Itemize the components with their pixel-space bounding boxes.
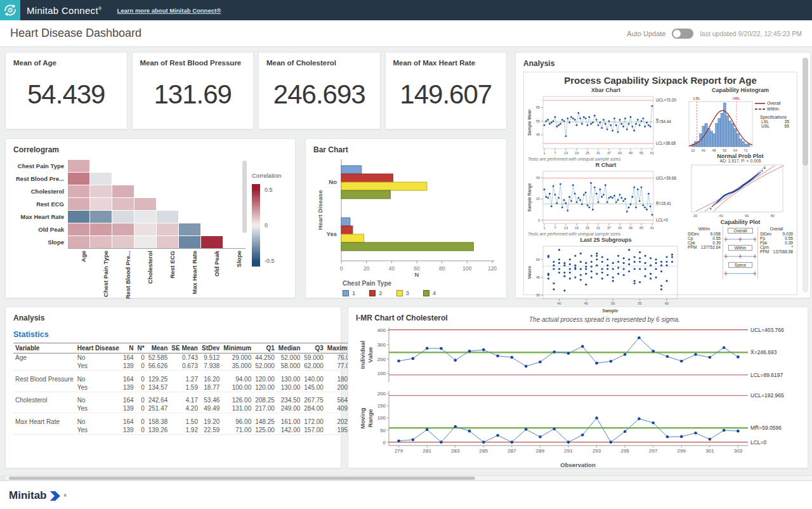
histogram-legend: Overall Within Specifications LSL35USL65 bbox=[755, 101, 792, 128]
svg-text:Value: Value bbox=[367, 347, 374, 363]
svg-text:⚙: ⚙ bbox=[7, 6, 13, 14]
legend-item-2[interactable]: 2 bbox=[369, 289, 382, 296]
column-header: SE Mean bbox=[169, 343, 200, 354]
correlogram-cell bbox=[90, 223, 112, 235]
correlogram-cell bbox=[157, 236, 178, 248]
svg-text:40: 40 bbox=[389, 265, 395, 272]
svg-text:20: 20 bbox=[693, 214, 697, 218]
panel-title: Analysis bbox=[13, 314, 333, 322]
bar-chart-legend: Chest Pain Type 1234 bbox=[343, 280, 499, 296]
column-header: StDev bbox=[200, 343, 221, 354]
scroll-left-button[interactable] bbox=[0, 476, 6, 480]
auto-update-toggle[interactable] bbox=[672, 29, 693, 39]
svg-text:43: 43 bbox=[618, 226, 622, 230]
correlogram-cell bbox=[179, 223, 200, 235]
svg-text:40: 40 bbox=[702, 149, 705, 152]
horizontal-scrollbar-thumb[interactable] bbox=[9, 477, 475, 480]
svg-text:31: 31 bbox=[596, 226, 600, 230]
last25-subgroups-chart: 3045604045505560SampleValues bbox=[527, 243, 685, 314]
svg-text:299: 299 bbox=[678, 448, 686, 454]
stat-row: LSL35 bbox=[755, 119, 792, 124]
kpi-value: 131.69 bbox=[140, 79, 246, 110]
svg-text:120: 120 bbox=[488, 265, 497, 272]
svg-text:80: 80 bbox=[439, 265, 445, 272]
minitab-footer-logo: Minitab ® bbox=[9, 489, 67, 502]
legend-item-1[interactable]: 1 bbox=[343, 289, 355, 296]
last25-title: Last 25 Subgroups bbox=[527, 237, 685, 243]
column-header: Minimum bbox=[221, 343, 253, 354]
legend-item-3[interactable]: 3 bbox=[396, 289, 409, 296]
svg-text:13: 13 bbox=[564, 151, 568, 155]
svg-text:N: N bbox=[415, 271, 419, 278]
learn-more-link[interactable]: Learn more about Minitab Connect® bbox=[117, 7, 221, 14]
capability-box-specs: Specs bbox=[728, 262, 752, 268]
correlogram-title: Correlogram bbox=[13, 145, 287, 154]
svg-text:61: 61 bbox=[650, 226, 654, 230]
sixpack-report-title: Process Capability Sixpack Report for Ag… bbox=[527, 75, 794, 86]
correlogram-cell bbox=[68, 223, 89, 235]
svg-text:1: 1 bbox=[543, 151, 545, 155]
toggle-knob bbox=[673, 30, 681, 37]
svg-text:100: 100 bbox=[377, 415, 386, 421]
capability-intervals: OverallWithinSpecs bbox=[723, 227, 758, 279]
svg-text:Yes: Yes bbox=[327, 230, 337, 237]
svg-text:Values: Values bbox=[527, 266, 532, 279]
column-header: Mean bbox=[147, 343, 170, 354]
svg-text:289: 289 bbox=[536, 448, 545, 454]
svg-text:60: 60 bbox=[745, 214, 749, 218]
svg-text:Sample Mean: Sample Mean bbox=[527, 109, 532, 136]
observation-axis-label: Observation bbox=[356, 461, 800, 468]
minitab-chevron-icon bbox=[50, 491, 61, 501]
svg-text:64: 64 bbox=[733, 149, 737, 152]
scrollbar-thumb[interactable] bbox=[802, 58, 808, 166]
svg-text:0: 0 bbox=[340, 265, 343, 272]
stat-row: Cp0.55 bbox=[688, 236, 721, 241]
xbar-chart-title: Xbar Chart bbox=[527, 87, 685, 93]
svg-text:19: 19 bbox=[575, 151, 579, 155]
correlogram-cell bbox=[90, 211, 112, 223]
legend-title: Chest Pain Type bbox=[343, 280, 499, 287]
table-row: Yes139056.6260.6737.93835.00052.00058.00… bbox=[13, 362, 358, 371]
within-stats: Within StDev9.058Cp0.55Cpk0.39PPM137752.… bbox=[688, 227, 721, 279]
svg-text:40: 40 bbox=[719, 214, 723, 218]
svg-text:No: No bbox=[329, 178, 337, 185]
page-title: Heart Disease Dashboard bbox=[10, 27, 141, 40]
svg-text:Sample: Sample bbox=[603, 308, 619, 314]
svg-text:49: 49 bbox=[629, 226, 632, 230]
gear-sync-icon: ⚙ bbox=[3, 3, 17, 17]
kpi-value: 149.607 bbox=[393, 79, 499, 110]
legend-tick: 0.5 bbox=[265, 187, 273, 193]
statistics-analysis-card: Analysis Statistics VariableHeart Diseas… bbox=[5, 307, 341, 468]
svg-text:X̿=54.44: X̿=54.44 bbox=[656, 119, 671, 124]
svg-text:283: 283 bbox=[451, 448, 460, 454]
legend-item-4[interactable]: 4 bbox=[423, 289, 436, 296]
column-header: Heart Disease bbox=[75, 343, 121, 354]
svg-text:LCL=0: LCL=0 bbox=[656, 218, 668, 222]
correlogram-cell bbox=[157, 223, 178, 235]
stat-row: PPM137752.64 bbox=[688, 245, 721, 249]
correlogram-scrollbar-thumb[interactable] bbox=[242, 161, 247, 233]
svg-text:200: 200 bbox=[377, 357, 386, 362]
kpi-value: 246.693 bbox=[266, 79, 372, 110]
kpi-label: Mean of Age bbox=[13, 59, 119, 67]
minitab-connect-logo-icon[interactable]: ⚙ bbox=[0, 0, 20, 20]
column-header: N* bbox=[136, 343, 147, 354]
svg-text:55: 55 bbox=[536, 119, 540, 123]
stat-row: Cpk0.39 bbox=[688, 241, 721, 245]
heatmap-row-label: Old Peak bbox=[13, 226, 68, 233]
correlogram-cell bbox=[90, 198, 112, 210]
svg-text:13: 13 bbox=[564, 226, 568, 230]
svg-text:LCL=0: LCL=0 bbox=[750, 439, 767, 446]
legend-tick: -0.5 bbox=[265, 258, 275, 264]
svg-text:72: 72 bbox=[744, 149, 748, 152]
svg-text:291: 291 bbox=[564, 448, 573, 454]
svg-text:40: 40 bbox=[557, 301, 561, 305]
svg-text:25: 25 bbox=[586, 226, 589, 230]
svg-text:LCL=38.68: LCL=38.68 bbox=[656, 141, 676, 145]
r-chart-title: R Chart bbox=[527, 162, 685, 168]
correlation-legend: Correlation 0.5 0 -0.5 bbox=[252, 172, 290, 267]
correlogram-cell bbox=[90, 236, 112, 248]
heatmap-col-label: Slope bbox=[235, 251, 242, 267]
svg-text:49: 49 bbox=[629, 151, 632, 155]
sixpack-right-column: Capability Histogram LSLUSL324048566472 … bbox=[686, 87, 794, 314]
